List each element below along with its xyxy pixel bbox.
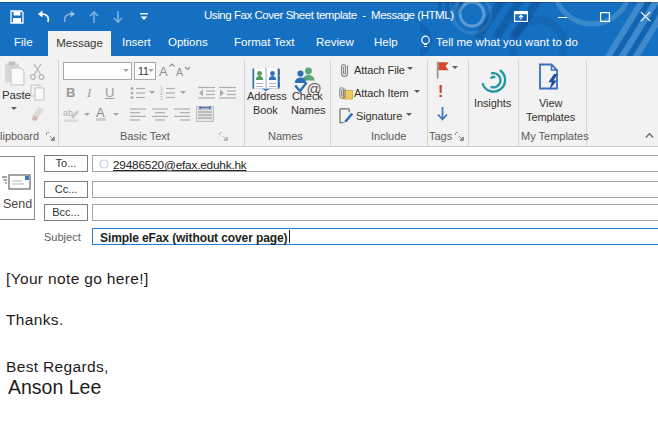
svg-text:A: A bbox=[159, 64, 168, 79]
svg-text:3: 3 bbox=[160, 95, 163, 100]
svg-text:A: A bbox=[176, 66, 183, 78]
